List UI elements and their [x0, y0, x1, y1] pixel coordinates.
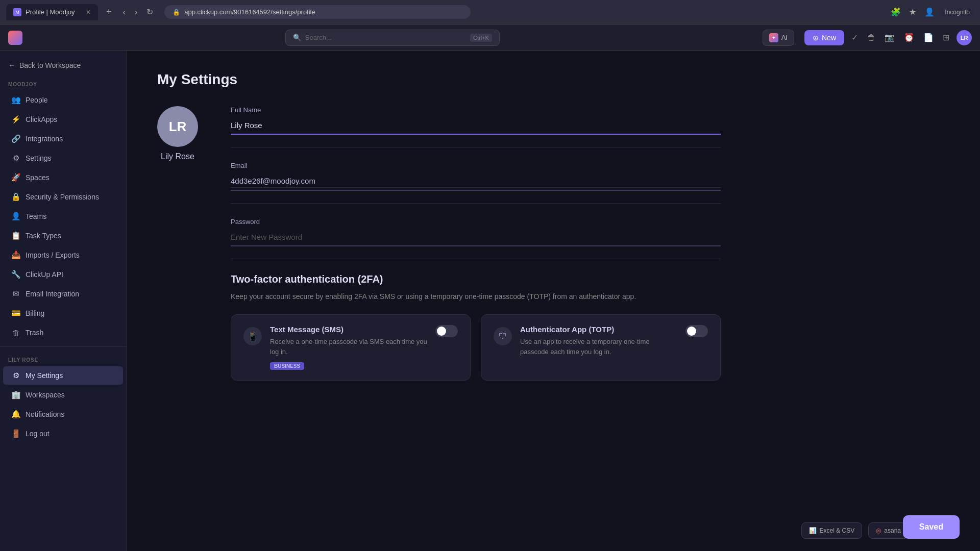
search-icon: 🔍: [293, 34, 301, 41]
asana-label: asana: [884, 527, 901, 534]
back-to-workspace-label: Back to Workspace: [19, 61, 81, 69]
sidebar-item-imports-label: Imports / Exports: [26, 251, 80, 259]
sms-card-title: Text Message (SMS): [270, 325, 427, 334]
workspaces-icon: 🏢: [11, 390, 20, 399]
back-to-workspace-link[interactable]: ← Back to Workspace: [0, 55, 126, 76]
excel-icon: 📊: [809, 527, 817, 534]
profile-display-name: Lily Rose: [161, 152, 194, 161]
full-name-input[interactable]: [231, 119, 721, 132]
security-icon: 🔒: [11, 192, 20, 202]
sidebar-item-imports[interactable]: 📥 Imports / Exports: [3, 246, 123, 264]
ai-button[interactable]: ✦ AI: [763, 30, 794, 46]
twofa-title: Two-factor authentication (2FA): [231, 273, 721, 285]
checkmark-button[interactable]: ✓: [849, 31, 860, 44]
sidebar-item-email-integration[interactable]: ✉ Email Integration: [3, 285, 123, 303]
sidebar-item-workspaces-label: Workspaces: [26, 391, 65, 399]
search-shortcut: Ctrl+K: [470, 34, 492, 42]
sidebar-item-clickapps-label: ClickApps: [26, 115, 57, 123]
sidebar-item-teams-label: Teams: [26, 212, 46, 220]
profile-section: LR Lily Rose Full Name Email 4dd3e26f@mo…: [157, 106, 949, 381]
email-field: Email 4dd3e26f@moodjoy.com: [231, 162, 721, 204]
sidebar-item-billing-label: Billing: [26, 309, 44, 317]
doc-button[interactable]: 📄: [921, 31, 936, 44]
grid-button[interactable]: ⊞: [941, 31, 951, 44]
twofa-sms-card: 📱 Text Message (SMS) Receive a one-time …: [231, 314, 471, 381]
sms-toggle[interactable]: [435, 325, 458, 337]
sidebar-item-spaces[interactable]: 🚀 Spaces: [3, 168, 123, 187]
settings-icon: ⚙: [11, 154, 20, 163]
password-label: Password: [231, 218, 721, 226]
email-label: Email: [231, 162, 721, 169]
sidebar-item-log-out[interactable]: 🚪 Log out: [3, 424, 123, 443]
content-area: My Settings LR Lily Rose Full Name Email: [127, 51, 980, 551]
refresh-button[interactable]: ↻: [143, 5, 156, 19]
url-text: app.clickup.com/9016164592/settings/prof…: [184, 8, 315, 16]
twofa-cards: 📱 Text Message (SMS) Receive a one-time …: [231, 314, 721, 381]
sidebar-item-settings[interactable]: ⚙ Settings: [3, 149, 123, 167]
sidebar-item-clickup-api[interactable]: 🔧 ClickUp API: [3, 265, 123, 284]
email-value: 4dd3e26f@moodjoy.com: [231, 174, 721, 188]
user-section-label: LILY ROSE: [0, 351, 126, 366]
full-name-field: Full Name: [231, 106, 721, 147]
forward-button[interactable]: ›: [132, 6, 140, 19]
sidebar-item-security-label: Security & Permissions: [26, 193, 99, 201]
search-placeholder: Search...: [305, 34, 332, 41]
sidebar-item-integrations[interactable]: 🔗 Integrations: [3, 130, 123, 148]
save-button[interactable]: Saved: [903, 515, 960, 539]
password-input[interactable]: [231, 231, 721, 243]
sidebar-item-notifications[interactable]: 🔔 Notifications: [3, 405, 123, 423]
new-tab-button[interactable]: +: [102, 5, 116, 19]
clock-button[interactable]: ⏰: [902, 31, 916, 44]
browser-chrome: M Profile | Moodjoy ✕ + ‹ › ↻ 🔒 app.clic…: [0, 0, 980, 24]
sidebar-item-clickapps[interactable]: ⚡ ClickApps: [3, 110, 123, 129]
sidebar-item-workspaces[interactable]: 🏢 Workspaces: [3, 386, 123, 404]
camera-button[interactable]: 📷: [883, 31, 897, 44]
full-name-label: Full Name: [231, 106, 721, 114]
new-button[interactable]: ⊕ New: [804, 30, 844, 45]
bookmark-button[interactable]: ★: [907, 5, 918, 19]
back-button[interactable]: ‹: [120, 6, 129, 19]
favicon: M: [13, 8, 21, 16]
page-title: My Settings: [157, 71, 949, 88]
twofa-section: Two-factor authentication (2FA) Keep you…: [231, 273, 721, 381]
task-types-icon: 📋: [11, 231, 20, 240]
main-layout: ← Back to Workspace MOODJOY 👥 People ⚡ C…: [0, 51, 980, 551]
sidebar-item-email-label: Email Integration: [26, 290, 79, 298]
nav-controls: ‹ › ↻: [120, 5, 157, 19]
sidebar-item-billing[interactable]: 💳 Billing: [3, 304, 123, 322]
extensions-button[interactable]: 🧩: [889, 5, 903, 19]
browser-tab[interactable]: M Profile | Moodjoy ✕: [6, 4, 98, 20]
profile-button[interactable]: 👤: [922, 5, 937, 19]
address-bar[interactable]: 🔒 app.clickup.com/9016164592/settings/pr…: [164, 5, 471, 19]
sidebar-item-security[interactable]: 🔒 Security & Permissions: [3, 188, 123, 206]
workspace-section-label: MOODJOY: [0, 76, 126, 90]
sidebar-item-notifications-label: Notifications: [26, 410, 64, 418]
imports-icon: 📥: [11, 251, 20, 260]
sidebar-item-my-settings[interactable]: ⚙ My Settings: [3, 366, 123, 385]
sidebar-item-trash[interactable]: 🗑 Trash: [3, 323, 123, 342]
sidebar-item-my-settings-label: My Settings: [26, 371, 63, 380]
twofa-totp-card: 🛡 Authenticator App (TOTP) Use an app to…: [481, 314, 721, 381]
sidebar-item-people[interactable]: 👥 People: [3, 91, 123, 109]
back-arrow-icon: ←: [8, 61, 15, 69]
trash-toolbar-button[interactable]: 🗑: [865, 31, 877, 44]
clickup-logo[interactable]: [8, 31, 22, 45]
excel-csv-button[interactable]: 📊 Excel & CSV: [801, 522, 863, 539]
tab-title: Profile | Moodjoy: [26, 8, 75, 16]
sms-card-icon: 📱: [243, 327, 262, 345]
sidebar-item-api-label: ClickUp API: [26, 270, 63, 279]
excel-csv-label: Excel & CSV: [820, 527, 855, 534]
business-badge: BUSINESS: [270, 362, 304, 370]
totp-toggle[interactable]: [685, 325, 708, 337]
integrations-icon: 🔗: [11, 134, 20, 143]
sidebar-item-teams[interactable]: 👤 Teams: [3, 207, 123, 226]
profile-avatar[interactable]: LR: [157, 106, 198, 147]
new-icon: ⊕: [813, 34, 819, 42]
user-avatar[interactable]: LR: [957, 30, 972, 45]
ai-icon: ✦: [769, 33, 778, 42]
people-icon: 👥: [11, 95, 20, 105]
search-bar[interactable]: 🔍 Search... Ctrl+K: [285, 30, 500, 46]
teams-icon: 👤: [11, 212, 20, 221]
sidebar-item-task-types[interactable]: 📋 Task Types: [3, 227, 123, 245]
tab-close-button[interactable]: ✕: [86, 9, 91, 16]
